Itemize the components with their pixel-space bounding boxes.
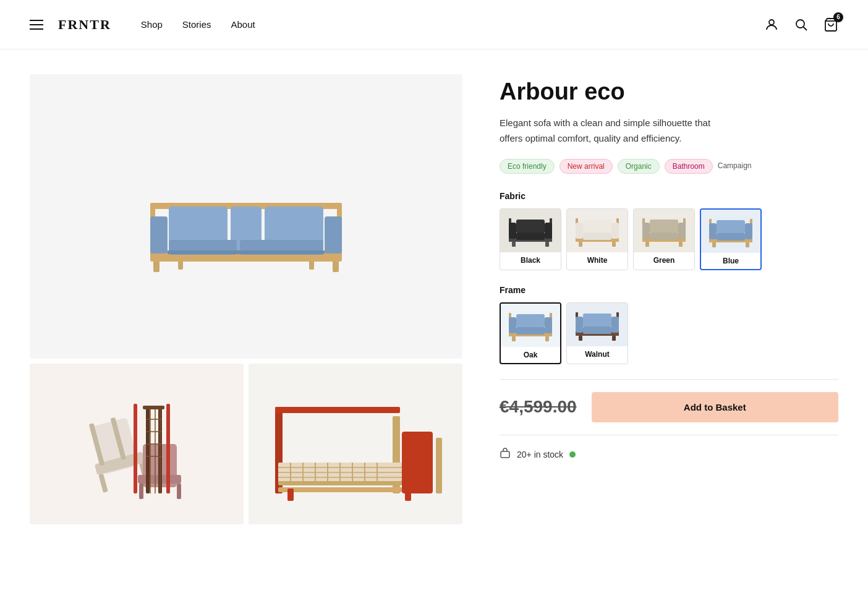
svg-rect-66 — [509, 223, 516, 239]
cart-count: 6 — [833, 12, 843, 22]
svg-rect-57 — [436, 438, 442, 493]
stock-indicator — [569, 451, 576, 458]
gallery-thumb-1[interactable] — [30, 364, 244, 524]
svg-rect-56 — [402, 432, 433, 493]
product-price: €4,599.00 — [500, 397, 577, 417]
svg-rect-87 — [650, 233, 678, 240]
header: FRNTR Shop Stories About 6 — [0, 0, 868, 49]
svg-line-2 — [804, 27, 807, 30]
svg-rect-46 — [278, 487, 402, 492]
svg-rect-95 — [717, 220, 745, 234]
search-icon[interactable] — [794, 17, 809, 32]
svg-rect-68 — [516, 220, 545, 233]
stock-icon — [500, 448, 511, 461]
fabric-label: Fabric — [500, 191, 838, 201]
nav-about[interactable]: About — [231, 19, 255, 30]
svg-rect-98 — [746, 242, 749, 247]
svg-rect-12 — [150, 216, 168, 254]
svg-rect-113 — [583, 314, 611, 327]
header-actions: 6 — [764, 17, 838, 32]
product-details: Arbour eco Elegant sofa with a clean and… — [500, 74, 838, 524]
svg-rect-69 — [516, 233, 545, 240]
svg-rect-75 — [576, 223, 583, 239]
svg-rect-30 — [146, 407, 150, 493]
svg-rect-29 — [177, 484, 181, 499]
svg-rect-19 — [168, 250, 325, 254]
fabric-name-blue: Blue — [701, 253, 760, 269]
logo[interactable]: FRNTR — [58, 17, 111, 33]
svg-rect-116 — [612, 336, 616, 341]
tag-new-arrival[interactable]: New arrival — [560, 159, 613, 174]
divider — [500, 379, 838, 380]
svg-rect-94 — [745, 223, 752, 239]
svg-rect-102 — [509, 317, 516, 333]
svg-rect-93 — [709, 223, 717, 239]
svg-rect-32 — [143, 406, 164, 409]
svg-rect-40 — [134, 404, 137, 493]
svg-rect-71 — [545, 242, 549, 247]
divider-2 — [500, 435, 838, 435]
svg-rect-78 — [583, 233, 611, 240]
main-content: Arbour eco Elegant sofa with a clean and… — [0, 49, 868, 549]
fabric-name-white: White — [567, 252, 628, 268]
svg-rect-103 — [545, 317, 552, 333]
svg-rect-70 — [512, 242, 516, 247]
svg-rect-106 — [512, 336, 516, 341]
svg-rect-67 — [545, 223, 552, 239]
svg-rect-115 — [579, 336, 582, 341]
tag-organic[interactable]: Organic — [618, 159, 660, 174]
product-tags: Eco friendly New arrival Organic Bathroo… — [500, 159, 838, 174]
svg-rect-22 — [98, 474, 108, 493]
svg-rect-61 — [287, 489, 294, 501]
svg-rect-13 — [325, 216, 342, 254]
svg-rect-62 — [405, 489, 411, 501]
menu-icon[interactable] — [30, 20, 43, 30]
frame-name-walnut: Walnut — [567, 346, 628, 362]
nav-stories[interactable]: Stories — [182, 19, 211, 30]
product-gallery — [30, 74, 462, 524]
fabric-swatch-black[interactable]: Black — [500, 208, 561, 270]
frame-name-oak: Oak — [501, 347, 560, 363]
main-nav: Shop Stories About — [141, 19, 255, 30]
svg-rect-41 — [166, 404, 170, 493]
stock-row: 20+ in stock — [500, 448, 838, 461]
frame-swatch-walnut[interactable]: Walnut — [566, 302, 628, 364]
fabric-swatch-white[interactable]: White — [566, 208, 628, 270]
fabric-swatch-green[interactable]: Green — [633, 208, 695, 270]
tag-bathroom[interactable]: Bathroom — [665, 159, 713, 174]
svg-rect-112 — [611, 317, 619, 333]
fabric-name-black: Black — [500, 252, 561, 268]
cart-icon[interactable]: 6 — [823, 17, 838, 32]
svg-rect-76 — [611, 223, 619, 239]
tag-eco-friendly[interactable]: Eco friendly — [500, 159, 555, 174]
gallery-main-image — [30, 74, 462, 359]
svg-rect-107 — [545, 336, 549, 341]
svg-point-1 — [796, 20, 804, 28]
svg-rect-117 — [501, 451, 509, 458]
nav-shop[interactable]: Shop — [141, 19, 163, 30]
stock-text: 20+ in stock — [517, 450, 563, 459]
svg-rect-44 — [275, 407, 400, 413]
svg-rect-105 — [516, 327, 545, 335]
svg-rect-79 — [579, 242, 582, 247]
fabric-swatch-blue[interactable]: Blue — [700, 208, 762, 270]
product-title: Arbour eco — [500, 79, 838, 105]
svg-rect-97 — [712, 242, 716, 247]
gallery-thumb-2[interactable] — [249, 364, 462, 524]
frame-swatches: Oak — [500, 302, 838, 364]
frame-label: Frame — [500, 285, 838, 295]
frame-swatch-oak[interactable]: Oak — [500, 302, 561, 364]
fabric-swatches: Black — [500, 208, 838, 270]
svg-rect-114 — [583, 326, 611, 334]
gallery-thumbnails — [30, 364, 462, 524]
svg-rect-111 — [576, 317, 583, 333]
account-icon[interactable] — [764, 17, 779, 32]
svg-rect-77 — [583, 220, 611, 233]
svg-rect-96 — [717, 233, 745, 241]
svg-rect-85 — [678, 223, 686, 239]
add-to-basket-button[interactable]: Add to Basket — [592, 392, 838, 422]
svg-rect-86 — [650, 220, 678, 233]
tag-campaign[interactable]: Campaign — [718, 159, 752, 174]
svg-rect-28 — [139, 484, 143, 499]
svg-rect-88 — [645, 242, 649, 247]
